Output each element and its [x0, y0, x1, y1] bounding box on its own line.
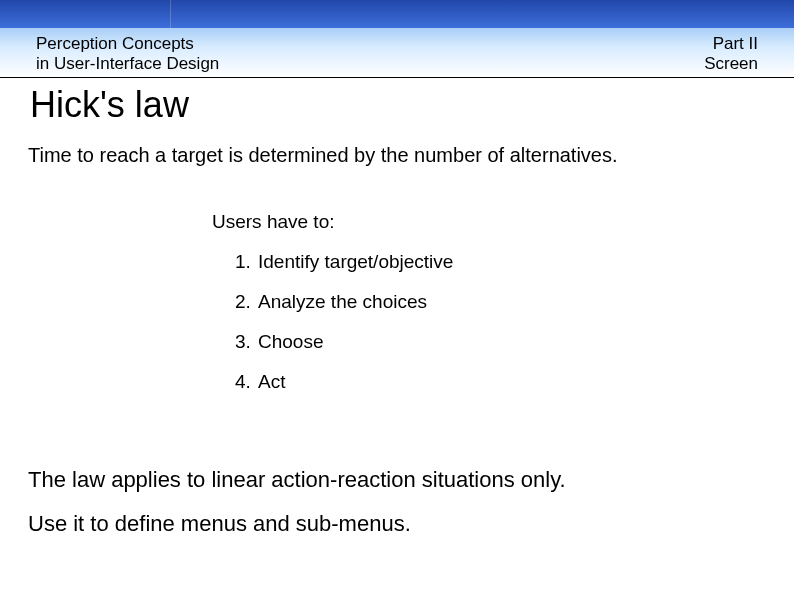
steps-block: Users have to: Identify target/objective… — [212, 211, 794, 393]
step-item: Identify target/objective — [256, 251, 794, 273]
step-item: Choose — [256, 331, 794, 353]
step-item: Act — [256, 371, 794, 393]
intro-text: Time to reach a target is determined by … — [0, 128, 794, 167]
steps-list: Identify target/objective Analyze the ch… — [256, 251, 794, 393]
header-left: Perception Concepts in User-Interface De… — [36, 34, 219, 73]
header-left-line2: in User-Interface Design — [36, 54, 219, 74]
header-band: Perception Concepts in User-Interface De… — [0, 28, 794, 78]
header-right: Part II Screen — [704, 34, 758, 73]
slide: Perception Concepts in User-Interface De… — [0, 0, 794, 595]
step-item: Analyze the choices — [256, 291, 794, 313]
header-left-line1: Perception Concepts — [36, 34, 219, 54]
steps-lead: Users have to: — [212, 211, 794, 233]
top-bar — [0, 0, 794, 28]
header-right-line2: Screen — [704, 54, 758, 74]
footer-block: The law applies to linear action-reactio… — [28, 467, 766, 555]
footer-line-1: The law applies to linear action-reactio… — [28, 467, 766, 493]
top-bar-divider — [170, 0, 171, 28]
slide-title: Hick's law — [0, 78, 794, 128]
header-right-line1: Part II — [704, 34, 758, 54]
footer-line-2: Use it to define menus and sub-menus. — [28, 511, 766, 537]
